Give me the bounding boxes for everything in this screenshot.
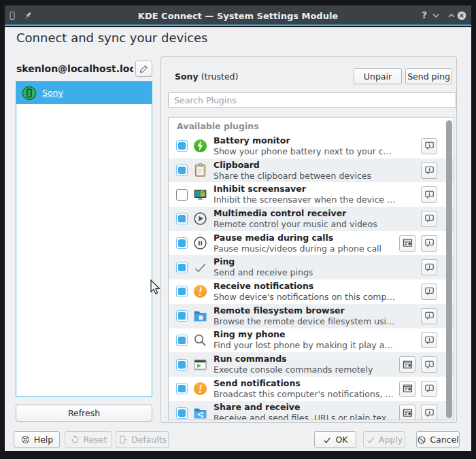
search-icon [192,333,208,348]
plugin-description: Send and receive pings [214,267,396,278]
plugin-checkbox[interactable] [176,286,188,297]
plugin-row: Receive notifications Show device's noti… [169,279,454,304]
device-name-link[interactable]: Sony [42,88,63,98]
plugin-title: Inhibit screensaver [214,184,396,194]
plugin-description: Browse the remote device filesystem usin… [214,316,396,327]
plugin-about-button[interactable] [421,259,437,275]
plugin-about-button[interactable] [421,381,437,397]
clipboard-icon [192,163,208,178]
reset-button[interactable]: Reset [65,431,112,448]
plugin-checkbox[interactable] [176,359,188,371]
send-ping-button[interactable]: Send ping [405,68,452,84]
plugin-description: Broadcast this computer's notifications,… [214,389,396,400]
plugin-description: Show device's notifications on this comp… [214,292,396,303]
plugin-checkbox[interactable] [176,213,188,224]
plugin-about-button[interactable] [421,186,437,203]
plugin-about-button[interactable] [421,138,437,154]
minimize-icon[interactable] [430,10,441,21]
plugin-title: Receive notifications [214,281,396,292]
unpair-button[interactable]: Unpair [354,68,402,84]
plugin-title: Ping [214,256,396,267]
plugin-about-button[interactable] [421,308,437,324]
media-play-icon [192,211,208,226]
undo-icon [70,435,80,445]
plugin-about-button[interactable] [421,211,437,227]
plugin-row: Share and receive Receive and send files… [169,401,454,420]
device-trust-status: (trusted) [201,71,239,82]
plugin-list: Available plugins Battery monitor Show y… [168,117,454,420]
search-plugins-input[interactable] [168,92,456,108]
folder-icon [192,308,208,324]
plugin-about-button[interactable] [421,332,437,348]
device-list: Sony [16,81,152,397]
share-icon [192,405,208,420]
help-icon[interactable]: ? [420,10,429,20]
scrollbar-handle[interactable] [446,120,452,418]
plugin-checkbox[interactable] [176,262,188,273]
plugin-title: Clipboard [214,160,396,171]
plugin-row: Remote filesystem browser Browse the rem… [169,304,454,328]
help-button[interactable]: Help [14,431,60,448]
rename-device-button[interactable] [135,61,152,77]
plugin-checkbox[interactable] [176,140,188,152]
plugin-row: Send notifications Broadcast this comput… [169,377,454,401]
plugin-checkbox[interactable] [176,237,188,249]
plugin-about-button[interactable] [421,284,437,300]
plugin-configure-button[interactable] [399,405,415,420]
plugin-title: Multimedia control receiver [214,208,396,219]
plugin-configure-button[interactable] [399,381,415,397]
plugin-description: Find your lost phone by making it play a… [214,340,396,351]
page-title: Connect and sync your devices [16,31,208,45]
plugin-row: Battery monitor Show your phone battery … [169,134,454,158]
checkmark-icon [192,260,208,275]
check-gray-icon [366,435,375,445]
plugin-about-button[interactable] [421,356,437,373]
apply-button[interactable]: Apply [363,431,405,448]
plugin-row: Multimedia control receiver Remote contr… [169,207,454,231]
refresh-button[interactable]: Refresh [16,405,152,422]
plugin-row: Inhibit screensaver Inhibit the screensa… [169,182,454,207]
device-list-item-sony[interactable]: Sony [16,82,152,104]
plugin-checkbox[interactable] [176,335,188,346]
pencil-icon [139,63,150,74]
plugins-header: Available plugins [169,118,454,134]
plugin-title: Remote filesystem browser [214,305,396,316]
plugin-checkbox[interactable] [176,189,188,201]
plugin-row: Clipboard Share the clipboard between de… [169,158,454,183]
plugin-description: Receive and send files, URLs or plain te… [214,413,396,420]
ok-button[interactable]: OK [314,431,356,448]
check-icon [322,435,332,445]
screensaver-icon [192,187,208,203]
battery-icon [192,138,208,154]
cancel-icon [417,435,426,445]
plugin-title: Run commands [214,354,396,364]
plugin-row: Pause media during calls Pause music/vid… [169,231,454,256]
smartphone-icon [22,86,37,101]
window-title: KDE Connect — System Settings Module [5,11,471,21]
plugin-description: Share the clipboard between devices [214,171,396,182]
plugin-checkbox[interactable] [176,407,188,419]
account-name: skenlon@localhost.loc [16,63,133,74]
plugin-configure-button[interactable] [399,235,415,252]
maximize-icon[interactable] [446,10,457,21]
plugin-about-button[interactable] [421,405,437,420]
plugin-about-button[interactable] [421,235,437,252]
terminal-icon [192,357,208,373]
plugin-description: Pause music/videos during a phone call [214,243,396,254]
plugin-title: Battery monitor [214,135,396,146]
close-icon[interactable] [456,10,467,21]
plugin-configure-button[interactable] [399,356,415,373]
plugin-checkbox[interactable] [176,383,188,394]
plugin-title: Share and receive [214,402,396,413]
plugin-about-button[interactable] [421,163,437,179]
plugin-description: Execute console commands remotely [214,364,396,375]
plugin-checkbox[interactable] [176,165,188,176]
device-status-label: Sony (trusted) [175,71,238,82]
cancel-button[interactable]: Cancel [416,431,460,448]
media-pause-icon [192,235,208,251]
plugin-row: Run commands Execute console commands re… [169,352,454,377]
titlebar[interactable]: KDE Connect — System Settings Module ? [5,5,471,26]
defaults-button[interactable]: Defaults [116,431,169,448]
plugin-checkbox[interactable] [176,310,188,322]
device-name: Sony [175,71,199,82]
